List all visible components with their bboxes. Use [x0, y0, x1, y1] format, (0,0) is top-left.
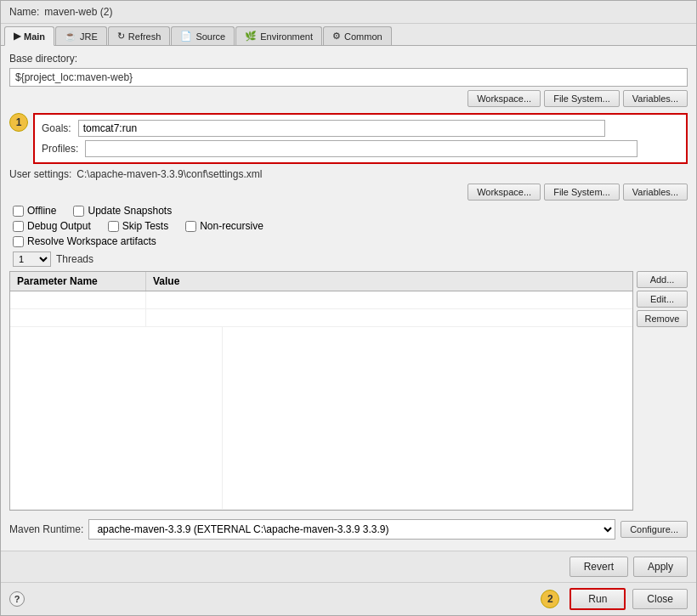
- environment-icon: 🌿: [245, 31, 257, 42]
- revert-button[interactable]: Revert: [570, 557, 628, 577]
- variables-button-1[interactable]: Variables...: [623, 90, 688, 107]
- non-recursive-checkbox[interactable]: [185, 221, 196, 232]
- non-recursive-label: Non-recursive: [200, 220, 264, 232]
- tab-jre[interactable]: ☕ JRE: [55, 26, 107, 45]
- base-dir-input[interactable]: [9, 68, 688, 87]
- checkbox-row-2: Debug Output Skip Tests Non-recursive: [13, 220, 688, 232]
- tab-refresh-label: Refresh: [128, 31, 162, 42]
- non-recursive-checkbox-item[interactable]: Non-recursive: [185, 220, 264, 232]
- table-cell-name: [10, 327, 223, 509]
- workspace-button-1[interactable]: Workspace...: [468, 90, 541, 107]
- base-dir-buttons: Workspace... File System... Variables...: [9, 90, 688, 107]
- col-value: Value: [146, 272, 632, 291]
- table-cell-value: [146, 309, 632, 326]
- goals-section: Goals: Profiles:: [33, 113, 688, 164]
- debug-output-label: Debug Output: [27, 220, 91, 232]
- profiles-input[interactable]: [85, 140, 638, 157]
- checkbox-row-3: Resolve Workspace artifacts: [13, 235, 688, 247]
- tab-source[interactable]: 📄 Source: [171, 26, 235, 45]
- footer-right: 2 Run Close: [541, 588, 688, 610]
- table-row: [10, 291, 632, 309]
- maven-runtime-label: Maven Runtime:: [9, 523, 83, 535]
- checkboxes-section: Offline Update Snapshots Debug Output Sk…: [9, 205, 688, 247]
- edit-button[interactable]: Edit...: [637, 291, 688, 308]
- threads-select[interactable]: 1 2 4: [13, 251, 51, 267]
- run-button[interactable]: Run: [570, 588, 626, 610]
- debug-output-checkbox-item[interactable]: Debug Output: [13, 220, 91, 232]
- table-body: [10, 291, 632, 510]
- user-settings-label: User settings:: [9, 168, 71, 180]
- offline-checkbox-item[interactable]: Offline: [13, 205, 56, 217]
- user-settings-buttons: Workspace... File System... Variables...: [9, 184, 688, 201]
- base-dir-label: Base directory:: [9, 53, 688, 65]
- footer-bar: ? 2 Run Close: [1, 582, 696, 615]
- tab-refresh[interactable]: ↻ Refresh: [108, 26, 171, 45]
- resolve-workspace-checkbox[interactable]: [13, 236, 24, 247]
- tab-source-label: Source: [196, 31, 225, 42]
- file-system-button-2[interactable]: File System...: [544, 184, 620, 201]
- tab-main-label: Main: [24, 31, 45, 42]
- add-button[interactable]: Add...: [637, 271, 688, 288]
- maven-runtime-select[interactable]: apache-maven-3.3.9 (EXTERNAL C:\apache-m…: [88, 519, 615, 540]
- maven-runtime-row: Maven Runtime: apache-maven-3.3.9 (EXTER…: [9, 515, 688, 544]
- user-settings-row: User settings: C:\apache-maven-3.3.9\con…: [9, 168, 688, 180]
- title-bar: Name: maven-web (2): [1, 1, 696, 24]
- update-snapshots-checkbox[interactable]: [73, 206, 84, 217]
- user-settings-path: C:\apache-maven-3.3.9\conf\settings.xml: [76, 168, 262, 180]
- debug-output-checkbox[interactable]: [13, 221, 24, 232]
- skip-tests-label: Skip Tests: [122, 220, 168, 232]
- close-button[interactable]: Close: [632, 589, 688, 609]
- content-area: Base directory: Workspace... File System…: [1, 46, 696, 551]
- skip-tests-checkbox[interactable]: [108, 221, 119, 232]
- col-param-name: Parameter Name: [10, 272, 146, 291]
- goals-input[interactable]: [78, 120, 605, 137]
- profiles-label: Profiles:: [42, 143, 78, 155]
- main-icon: ▶: [14, 31, 20, 42]
- checkbox-row-1: Offline Update Snapshots: [13, 205, 688, 217]
- table-row: [10, 327, 632, 510]
- help-icon[interactable]: ?: [9, 591, 25, 607]
- goals-wrapper: 1 Goals: Profiles:: [9, 113, 688, 164]
- param-table-outer: Parameter Name Value: [9, 271, 688, 511]
- threads-row: 1 2 4 Threads: [9, 251, 688, 267]
- remove-button[interactable]: Remove: [637, 310, 688, 327]
- tabs-bar: ▶ Main ☕ JRE ↻ Refresh 📄 Source 🌿 Enviro…: [1, 24, 696, 46]
- refresh-icon: ↻: [117, 31, 125, 42]
- file-system-button-1[interactable]: File System...: [544, 90, 620, 107]
- threads-label: Threads: [56, 253, 94, 265]
- workspace-button-2[interactable]: Workspace...: [468, 184, 541, 201]
- update-snapshots-label: Update Snapshots: [88, 205, 172, 217]
- tab-jre-label: JRE: [80, 31, 98, 42]
- table-row: [10, 309, 632, 327]
- name-label: Name:: [9, 6, 39, 18]
- table-side-buttons: Add... Edit... Remove: [637, 271, 688, 511]
- configure-button[interactable]: Configure...: [620, 521, 688, 538]
- table-cell-name: [10, 291, 146, 308]
- tab-environment[interactable]: 🌿 Environment: [235, 26, 322, 45]
- tab-common[interactable]: ⚙ Common: [323, 26, 392, 45]
- badge-2: 2: [541, 590, 559, 608]
- resolve-workspace-label: Resolve Workspace artifacts: [27, 235, 156, 247]
- variables-button-2[interactable]: Variables...: [623, 184, 688, 201]
- name-value: maven-web (2): [44, 6, 112, 18]
- user-settings-section: User settings: C:\apache-maven-3.3.9\con…: [9, 168, 688, 201]
- base-dir-section: Base directory: Workspace... File System…: [9, 53, 688, 107]
- bottom-buttons: Revert Apply: [1, 551, 696, 582]
- profiles-row: Profiles:: [42, 140, 679, 157]
- apply-button[interactable]: Apply: [633, 557, 688, 577]
- tab-common-label: Common: [344, 31, 382, 42]
- goals-label: Goals:: [42, 122, 71, 134]
- offline-label: Offline: [27, 205, 56, 217]
- skip-tests-checkbox-item[interactable]: Skip Tests: [108, 220, 168, 232]
- jre-icon: ☕: [65, 31, 76, 42]
- tab-main[interactable]: ▶ Main: [4, 26, 54, 46]
- resolve-workspace-checkbox-item[interactable]: Resolve Workspace artifacts: [13, 235, 156, 247]
- offline-checkbox[interactable]: [13, 206, 24, 217]
- table-header: Parameter Name Value: [10, 272, 632, 291]
- update-snapshots-checkbox-item[interactable]: Update Snapshots: [73, 205, 172, 217]
- source-icon: 📄: [180, 31, 192, 42]
- param-table: Parameter Name Value: [9, 271, 633, 511]
- table-cell-name: [10, 309, 146, 326]
- table-cell-value: [146, 291, 632, 308]
- common-icon: ⚙: [332, 31, 341, 42]
